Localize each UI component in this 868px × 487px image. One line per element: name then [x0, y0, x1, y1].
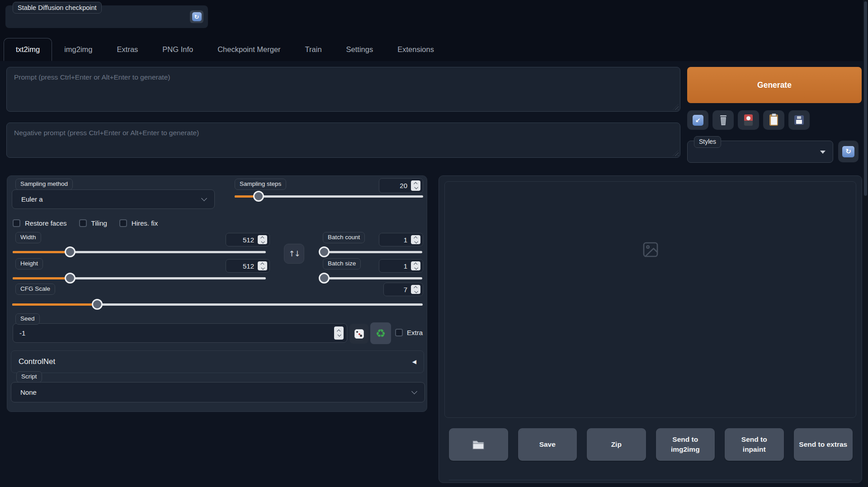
refresh-icon: ↻ — [842, 146, 854, 157]
tab-png-info[interactable]: PNG Info — [150, 38, 205, 61]
chevron-down-icon — [411, 388, 417, 394]
random-seed-button[interactable] — [349, 324, 368, 344]
checkpoint-label: Stable Diffusion checkpoint — [13, 2, 102, 14]
send-to-inpaint-button[interactable]: Send to inpaint — [725, 428, 784, 461]
cfg-scale-label: CFG Scale — [15, 284, 55, 295]
tab-train[interactable]: Train — [293, 38, 334, 61]
checkpoint-dropdown[interactable]: Stable Diffusion checkpoint ↻ — [5, 5, 208, 28]
sampling-steps-label: Sampling steps — [235, 179, 286, 190]
tab-img2img[interactable]: img2img — [52, 38, 104, 61]
stepper-buttons[interactable] — [411, 235, 420, 244]
width-slider[interactable] — [13, 246, 266, 257]
tab-extras[interactable]: Extras — [105, 38, 151, 61]
extra-networks-button[interactable] — [738, 110, 759, 130]
batch-count-slider[interactable] — [319, 246, 422, 257]
cfg-scale-input[interactable]: 7 — [383, 283, 423, 296]
height-slider[interactable] — [13, 273, 266, 284]
styles-dropdown[interactable]: Styles — [687, 141, 833, 163]
generate-button[interactable]: Generate — [687, 67, 862, 103]
sampling-method-label: Sampling method — [15, 179, 73, 190]
page-scrollbar[interactable] — [863, 0, 868, 487]
batch-size-label: Batch size — [323, 258, 361, 270]
width-label: Width — [15, 232, 41, 243]
script-dropdown[interactable]: None — [11, 382, 425, 402]
stable-diffusion-webui: Stable Diffusion checkpoint ↻ txt2img im… — [0, 0, 868, 487]
sampling-steps-slider[interactable] — [235, 191, 423, 202]
stepper-buttons[interactable] — [258, 235, 267, 244]
hires-fix-checkbox[interactable]: Hires. fix — [119, 219, 158, 227]
width-input[interactable]: 512 — [226, 233, 270, 246]
trash-icon — [718, 115, 728, 126]
paste-generation-params-button[interactable]: ↙ — [687, 110, 708, 130]
options-row: Restore faces Tiling Hires. fix — [13, 219, 158, 227]
clipboard-icon — [769, 114, 778, 126]
batch-count-label: Batch count — [323, 232, 365, 243]
batch-count-input[interactable]: 1 — [379, 233, 423, 246]
prompt-input[interactable] — [7, 67, 680, 111]
clear-prompt-button[interactable] — [712, 110, 734, 130]
scrollbar-thumb[interactable] — [864, 1, 867, 196]
result-gallery — [444, 181, 856, 418]
batch-size-input[interactable]: 1 — [379, 259, 423, 273]
tiling-checkbox[interactable]: Tiling — [79, 219, 107, 227]
slider-thumb[interactable] — [319, 246, 330, 257]
quick-actions-row: ↙ — [687, 110, 862, 130]
checkbox-icon[interactable] — [119, 219, 127, 227]
tab-checkpoint-merger[interactable]: Checkpoint Merger — [205, 38, 292, 61]
seed-input[interactable]: -1 — [13, 323, 347, 343]
controlnet-accordion[interactable]: ControlNet ◀ — [11, 350, 424, 373]
stepper-buttons[interactable] — [411, 180, 420, 191]
slider-thumb[interactable] — [253, 191, 264, 202]
batch-size-slider[interactable] — [319, 273, 422, 284]
height-input[interactable]: 512 — [226, 259, 270, 273]
stepper-buttons[interactable] — [411, 285, 420, 294]
send-to-img2img-button[interactable]: Send to img2img — [656, 428, 715, 461]
image-placeholder-icon — [642, 241, 660, 259]
save-style-button[interactable] — [788, 110, 810, 130]
stepper-buttons[interactable] — [334, 326, 344, 340]
script-value: None — [20, 388, 37, 396]
checkbox-icon[interactable] — [395, 329, 403, 336]
panel-divider — [449, 480, 852, 480]
slider-thumb[interactable] — [92, 299, 103, 310]
stepper-buttons[interactable] — [258, 261, 267, 270]
caret-down-icon — [820, 151, 826, 154]
send-to-extras-button[interactable]: Send to extras — [794, 428, 853, 461]
swap-dimensions-button[interactable]: ↑↓ — [284, 244, 304, 264]
tab-settings[interactable]: Settings — [334, 38, 386, 61]
output-actions-row: Save Zip Send to img2img Send to inpaint… — [449, 428, 853, 461]
save-button[interactable]: Save — [518, 428, 577, 461]
card-icon — [744, 114, 753, 126]
checkpoint-refresh-button[interactable]: ↻ — [190, 10, 203, 23]
collapsed-arrow-icon: ◀ — [412, 359, 416, 365]
styles-refresh-button[interactable]: ↻ — [838, 141, 859, 162]
cfg-scale-slider[interactable] — [12, 299, 423, 310]
stepper-buttons[interactable] — [411, 261, 420, 270]
zip-button[interactable]: Zip — [587, 428, 646, 461]
dice-icon — [354, 329, 364, 339]
tab-txt2img[interactable]: txt2img — [4, 38, 52, 61]
negative-prompt-box — [6, 123, 680, 158]
slider-thumb[interactable] — [319, 273, 330, 284]
prompt-box — [6, 67, 680, 112]
open-images-folder-button[interactable] — [449, 428, 508, 461]
slider-thumb[interactable] — [65, 246, 75, 257]
settings-panel: Sampling method Euler a Sampling steps 2… — [7, 175, 427, 412]
styles-row: Styles ↻ — [687, 141, 862, 163]
restore-faces-checkbox[interactable]: Restore faces — [13, 219, 67, 227]
extra-seed-checkbox[interactable]: Extra — [395, 329, 423, 336]
reuse-seed-button[interactable]: ♻ — [370, 322, 391, 344]
tab-extensions[interactable]: Extensions — [385, 38, 446, 61]
negative-prompt-input[interactable] — [7, 123, 680, 157]
apply-style-button[interactable] — [763, 110, 784, 130]
main-tabs: txt2img img2img Extras PNG Info Checkpoi… — [4, 38, 446, 61]
height-label: Height — [15, 258, 43, 270]
seed-label: Seed — [15, 313, 40, 325]
checkbox-icon[interactable] — [79, 219, 87, 227]
refresh-icon: ↻ — [192, 12, 202, 21]
chevron-down-icon — [201, 195, 207, 201]
sampling-method-dropdown[interactable]: Euler a — [12, 189, 215, 209]
controlnet-title: ControlNet — [19, 357, 412, 366]
checkbox-icon[interactable] — [13, 219, 20, 227]
slider-thumb[interactable] — [65, 273, 75, 284]
